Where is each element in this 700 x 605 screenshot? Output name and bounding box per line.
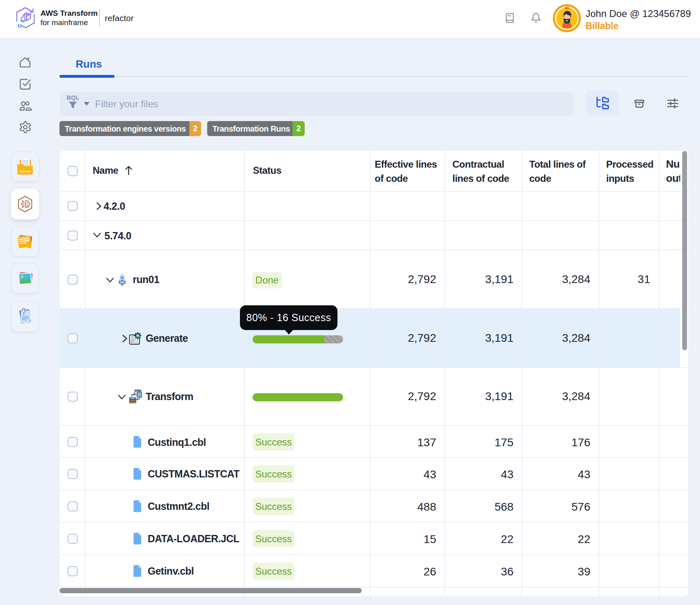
svg-text:$: $	[23, 311, 25, 315]
